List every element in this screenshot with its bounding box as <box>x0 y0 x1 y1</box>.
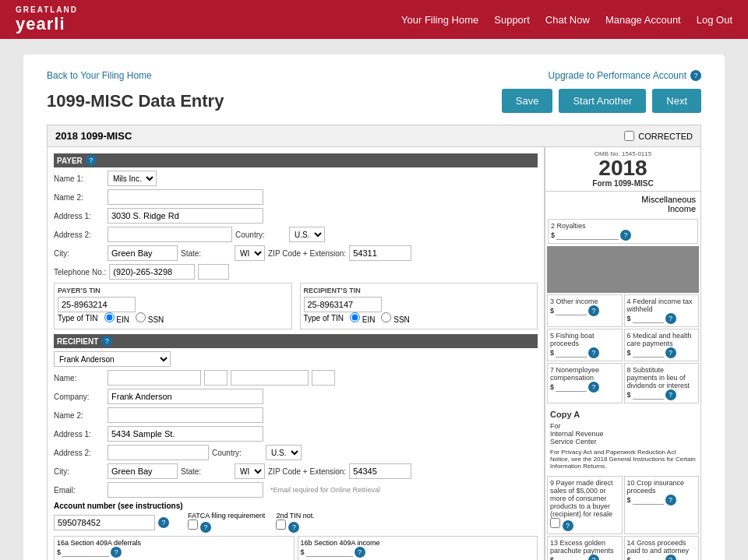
box8-input[interactable] <box>633 390 664 400</box>
fatca-help-btn[interactable]: ? <box>200 522 211 533</box>
box2-help-btn[interactable]: ? <box>620 230 631 241</box>
recipient-email-input[interactable] <box>108 482 263 498</box>
save-button-top[interactable]: Save <box>502 89 553 113</box>
payer-phone-label: Telephone No.: <box>54 268 106 276</box>
box5-fishing: 5 Fishing boat proceeds $ ? <box>547 329 623 361</box>
second-tin-help-btn[interactable]: ? <box>288 522 299 533</box>
payer-country-select[interactable]: U.S. <box>289 227 325 242</box>
box7-input[interactable] <box>556 382 587 392</box>
title-buttons: Save Start Another Next <box>502 89 701 113</box>
box3-label: 3 Other income <box>550 298 619 305</box>
copy-a-line2: Internal Revenue <box>550 430 696 438</box>
recipient-help-btn[interactable]: ? <box>101 336 112 347</box>
box3-input[interactable] <box>556 306 587 315</box>
box7-help-btn[interactable]: ? <box>588 382 599 393</box>
box6-help-btn[interactable]: ? <box>665 347 676 358</box>
recipient-name-select[interactable]: Frank Anderson <box>54 351 171 367</box>
section-16a-input[interactable] <box>62 548 109 557</box>
recipient-last-name-input[interactable] <box>231 370 309 386</box>
payer-city-input[interactable] <box>108 245 178 261</box>
payer-address1-input[interactable] <box>108 208 263 224</box>
payer-name2-input[interactable] <box>108 189 263 205</box>
box10-input[interactable] <box>633 495 664 505</box>
recipient-name2-input[interactable] <box>108 407 263 423</box>
box4-input[interactable] <box>633 314 664 323</box>
box6-input[interactable] <box>633 348 664 357</box>
account-number-input[interactable] <box>54 515 155 530</box>
recipient-mi-input[interactable] <box>204 370 228 386</box>
box13-parachute: 13 Excess golden parachute payments $ ? <box>547 536 623 560</box>
nav-support[interactable]: Support <box>494 14 530 26</box>
section-409a-row: 16a Section 409A deferrals $ ? 16b Secti… <box>54 536 538 560</box>
box10-help-btn[interactable]: ? <box>665 495 676 505</box>
nav-filing-home[interactable]: Your Filing Home <box>401 14 478 26</box>
box14-input[interactable] <box>633 555 664 560</box>
box13-help-btn[interactable]: ? <box>588 555 599 560</box>
box9-help-btn[interactable]: ? <box>563 520 573 531</box>
box14-help-btn[interactable]: ? <box>665 555 676 560</box>
section-16b-input-row: $ ? <box>301 547 535 558</box>
payer-name1-select[interactable]: Mils Inc. <box>108 171 157 186</box>
recipient-address1-input[interactable] <box>108 426 263 442</box>
next-button-top[interactable]: Next <box>652 89 701 113</box>
box8-label: 8 Substitute payments in lieu of dividen… <box>627 366 697 389</box>
recipients-tin-ssn-radio[interactable] <box>381 312 391 322</box>
box9-direct-sales: 9 Payer made direct sales of $5,000 or m… <box>547 476 623 534</box>
box9-checkbox[interactable] <box>550 518 560 528</box>
copy-a-title: Copy A <box>550 410 696 419</box>
recipient-city-input[interactable] <box>108 463 178 479</box>
recipient-zip-input[interactable] <box>349 463 411 479</box>
box3-dollar: $ <box>550 307 554 315</box>
payer-help-btn[interactable]: ? <box>86 155 97 166</box>
box7-8-row: 7 Nonemployee compensation $ ? 8 Substit… <box>547 363 699 403</box>
box8-help-btn[interactable]: ? <box>665 389 676 400</box>
section-16b-input[interactable] <box>306 548 353 557</box>
payer-state-select[interactable]: WI <box>235 245 265 261</box>
copy-a-section: Copy A For Internal Revenue Service Cent… <box>545 405 700 474</box>
nav-chat-now[interactable]: Chat Now <box>545 14 590 26</box>
box3-help-btn[interactable]: ? <box>588 305 599 316</box>
recipient-company-input[interactable] <box>108 389 263 404</box>
back-to-filing-home-link[interactable]: Back to Your Filing Home <box>47 70 152 81</box>
payer-address2-input[interactable] <box>108 227 232 242</box>
recipients-tin-ein-radio[interactable] <box>350 312 360 322</box>
upgrade-help-btn[interactable]: ? <box>690 70 701 81</box>
fatca-checkbox[interactable] <box>188 519 198 530</box>
recipient-first-name-input[interactable] <box>108 370 201 386</box>
payers-tin-type-label: Type of TIN <box>58 314 98 322</box>
start-another-button-top[interactable]: Start Another <box>559 89 646 113</box>
nav-manage-account[interactable]: Manage Account <box>605 14 681 26</box>
corrected-checkbox[interactable] <box>624 131 634 141</box>
payer-zip-input[interactable] <box>349 245 411 261</box>
box5-help-btn[interactable]: ? <box>588 347 599 358</box>
payer-address2-label: Address 2: <box>54 231 104 239</box>
upgrade-link[interactable]: Upgrade to Performance Account <box>549 70 686 81</box>
payer-city-row: City: State: WI ZIP Code + Extension: <box>54 245 538 261</box>
payer-phone-input[interactable] <box>109 264 195 280</box>
recipient-state-select[interactable]: WI <box>235 463 265 479</box>
box5-input[interactable] <box>556 348 587 357</box>
recipient-suffix-input[interactable] <box>312 370 335 386</box>
box4-help-btn[interactable]: ? <box>665 313 676 324</box>
payers-tin-ssn-radio[interactable] <box>136 312 146 322</box>
box8-substitute: 8 Substitute payments in lieu of dividen… <box>624 363 700 403</box>
recipient-country-select[interactable]: U.S. <box>266 445 302 460</box>
second-tin-label: 2nd TIN not. <box>276 512 314 519</box>
payer-phone-ext-input[interactable] <box>198 264 229 280</box>
account-section: Account number (see instructions) ? FATC… <box>54 502 538 533</box>
box2-input[interactable] <box>556 231 619 240</box>
recipients-tin-input[interactable] <box>304 297 382 312</box>
box3-4-row: 3 Other income $ ? 4 Federal income tax … <box>547 294 699 327</box>
section-16a-help-btn[interactable]: ? <box>111 547 122 558</box>
payer-zip-label: ZIP Code + Extension: <box>268 249 346 258</box>
section-16b-help-btn[interactable]: ? <box>355 547 365 558</box>
account-help-btn[interactable]: ? <box>158 517 169 528</box>
nav-log-out[interactable]: Log Out <box>697 14 732 26</box>
recipient-address2-input[interactable] <box>108 445 209 460</box>
payers-tin-ein-radio[interactable] <box>104 312 115 322</box>
recipient-section: RECIPIENT ? Frank Anderson Name: <box>54 334 538 560</box>
payers-tin-box: PAYER'S TIN Type of TIN EIN SSN <box>54 283 292 329</box>
payers-tin-input[interactable] <box>58 297 136 312</box>
box13-input[interactable] <box>556 555 587 560</box>
second-tin-checkbox[interactable] <box>276 519 286 530</box>
